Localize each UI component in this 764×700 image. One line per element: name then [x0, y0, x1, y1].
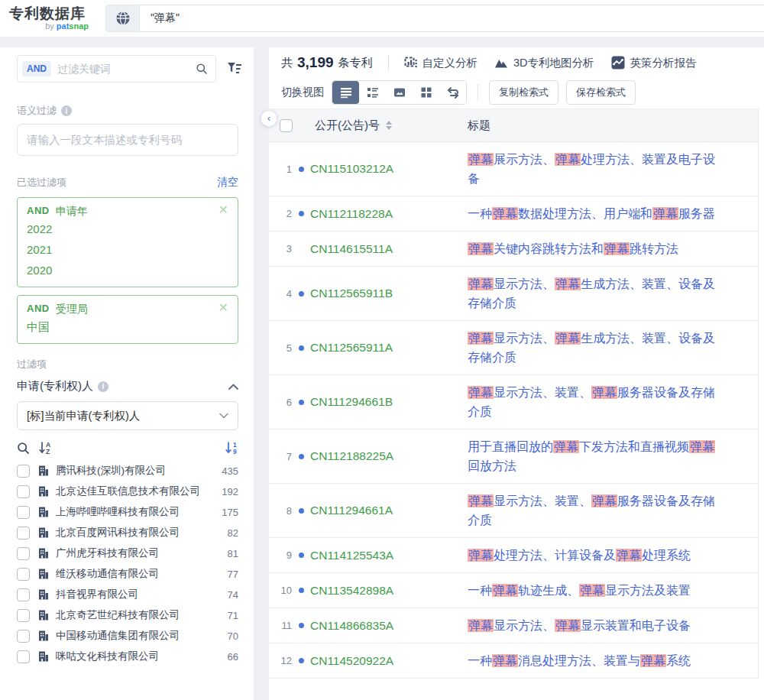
table-row[interactable]: 12 CN114520922A 一种弹幕消息处理方法、装置与弹幕系统	[269, 643, 758, 679]
applicant-list-item[interactable]: 北京奇艺世纪科技有限公司 71	[17, 605, 238, 626]
status-dot	[299, 553, 304, 558]
applicant-checkbox[interactable]	[17, 588, 30, 601]
table-row[interactable]: 3 CN114615511A 弹幕关键内容跳转方法和弹幕跳转方法	[269, 232, 758, 267]
patent-title-link[interactable]: 弹幕处理方法、计算设备及弹幕处理系统	[468, 546, 723, 565]
table-row[interactable]: 9 CN114125543A 弹幕处理方法、计算设备及弹幕处理系统	[269, 538, 758, 573]
patent-number-link[interactable]: CN112565911B	[310, 287, 468, 300]
semantic-filter-input[interactable]	[17, 124, 238, 156]
sidebar-collapse-button[interactable]: ‹	[261, 110, 277, 127]
applicant-list-item[interactable]: 上海哔哩哔哩科技有限公司 175	[17, 502, 238, 523]
table-row[interactable]: 7 CN112188225A 用于直播回放的弹幕下发方法和直播视频弹幕回放方法	[269, 429, 758, 484]
save-query-button[interactable]: 保存检索式	[566, 80, 636, 105]
advanced-filter-button[interactable]	[227, 62, 242, 76]
patent-title-link[interactable]: 弹幕显示方法、弹幕显示装置和电子设备	[468, 616, 723, 635]
table-row[interactable]: 10 CN113542898A 一种弹幕轨迹生成、弹幕显示方法及装置	[269, 573, 758, 608]
applicant-checkbox[interactable]	[17, 465, 30, 478]
applicant-checkbox[interactable]	[17, 547, 30, 560]
applicant-list-item[interactable]: 咪咕文化科技有限公司 66	[17, 647, 238, 667]
chevron-up-icon[interactable]	[228, 384, 238, 390]
applicant-checkbox[interactable]	[17, 506, 30, 519]
filter-operator: AND	[27, 205, 50, 216]
sort-numeric-icon[interactable]: 1 9	[225, 441, 238, 455]
remove-filter-icon[interactable]: ✕	[219, 205, 228, 216]
custom-analysis-button[interactable]: 自定义分析	[404, 56, 478, 70]
column-header-title: 标题	[468, 118, 490, 133]
patent-title-link[interactable]: 用于直播回放的弹幕下发方法和直播视频弹幕回放方法	[468, 437, 723, 475]
applicant-list-item[interactable]: 抖音视界有限公司 74	[17, 585, 238, 605]
copy-query-button[interactable]: 复制检索式	[489, 80, 558, 105]
title-text: 关键内容跳转方法和	[494, 242, 604, 255]
applicant-checkbox[interactable]	[17, 568, 30, 581]
sort-alpha-icon[interactable]: A Z	[39, 441, 52, 455]
table-row[interactable]: 1 CN115103212A 弹幕展示方法、弹幕处理方法、装置及电子设备	[269, 142, 758, 196]
patent-title-link[interactable]: 弹幕显示方法、装置、弹幕服务器设备及存储介质	[468, 491, 723, 530]
grid-view-button[interactable]	[413, 81, 439, 104]
company-icon	[37, 485, 50, 497]
applicant-list-item[interactable]: 北京达佳互联信息技术有限公司 192	[17, 481, 238, 502]
search-icon[interactable]	[17, 442, 30, 455]
main-search-bar[interactable]: "弹幕"	[105, 5, 764, 32]
applicant-list-item[interactable]: 腾讯科技(深圳)有限公司 435	[17, 461, 238, 481]
applicant-checkbox[interactable]	[17, 630, 30, 643]
applicant-list-item[interactable]: 维沃移动通信有限公司 77	[17, 564, 238, 585]
patent-number-link[interactable]: CN111294661B	[310, 395, 468, 409]
select-all-checkbox[interactable]	[280, 119, 293, 132]
applicant-checkbox[interactable]	[17, 609, 30, 622]
table-row[interactable]: 5 CN112565911A 弹幕显示方法、弹幕生成方法、装置、设备及存储介质	[269, 321, 758, 375]
patent-number-link[interactable]: CN114615511A	[310, 242, 468, 256]
patent-title-link[interactable]: 一种弹幕轨迹生成、弹幕显示方法及装置	[468, 581, 723, 600]
applicant-checkbox[interactable]	[17, 650, 30, 663]
patent-number-link[interactable]: CN114520922A	[310, 654, 468, 668]
search-icon[interactable]	[196, 63, 208, 75]
keyword-filter-input[interactable]	[57, 63, 196, 75]
scroll-view-button[interactable]	[439, 81, 466, 104]
operator-pill[interactable]: AND	[22, 61, 51, 76]
patent-number-link[interactable]: CN112118228A	[310, 207, 468, 221]
applicant-list-item[interactable]: 中国移动通信集团有限公司 70	[17, 626, 238, 647]
patent-title-link[interactable]: 弹幕展示方法、弹幕处理方法、装置及电子设备	[468, 150, 723, 188]
patent-number-link[interactable]: CN112188225A	[310, 449, 468, 463]
patent-title-link[interactable]: 弹幕显示方法、装置、弹幕服务器设备及存储介质	[468, 383, 723, 421]
table-row[interactable]: 11 CN114866835A 弹幕显示方法、弹幕显示装置和电子设备	[269, 608, 758, 643]
table-row[interactable]: 6 CN111294661B 弹幕显示方法、装置、弹幕服务器设备及存储介质	[269, 375, 758, 429]
patent-title-link[interactable]: 一种弹幕消息处理方法、装置与弹幕系统	[468, 651, 723, 670]
search-query[interactable]: "弹幕"	[140, 5, 180, 31]
table-row[interactable]: 8 CN111294661A 弹幕显示方法、装置、弹幕服务器设备及存储介质	[269, 484, 758, 538]
company-icon	[37, 527, 50, 539]
patent-title-link[interactable]: 弹幕显示方法、弹幕生成方法、装置、设备及存储介质	[468, 274, 723, 313]
table-row[interactable]: 2 CN112118228A 一种弹幕数据处理方法、用户端和弹幕服务器	[269, 196, 758, 232]
detail-list-view-button[interactable]	[359, 81, 386, 104]
filter-value: 2021	[27, 239, 228, 260]
applicant-checkbox[interactable]	[17, 527, 30, 540]
applicant-checkbox[interactable]	[17, 485, 30, 498]
patent-title-link[interactable]: 弹幕关键内容跳转方法和弹幕跳转方法	[468, 239, 723, 258]
clear-filters-link[interactable]: 清空	[217, 176, 238, 190]
title-text: 系统	[666, 654, 691, 667]
table-row[interactable]: 4 CN112565911B 弹幕显示方法、弹幕生成方法、装置、设备及存储介质	[269, 267, 758, 321]
filter-values: 中国	[27, 316, 228, 337]
filter-field-name: 受理局	[56, 303, 219, 316]
remove-filter-icon[interactable]: ✕	[219, 303, 228, 313]
report-icon	[611, 56, 625, 70]
patent-title-link[interactable]: 一种弹幕数据处理方法、用户端和弹幕服务器	[468, 204, 723, 223]
patent-number-link[interactable]: CN111294661A	[310, 504, 468, 517]
info-icon[interactable]: i	[61, 105, 72, 116]
patent-number-link[interactable]: CN113542898A	[310, 584, 468, 598]
info-icon[interactable]: i	[98, 381, 108, 392]
applicant-section-header: 申请(专利权)人 i	[17, 379, 238, 394]
patent-number-link[interactable]: CN114125543A	[310, 549, 468, 562]
company-patent-count: 71	[228, 609, 238, 623]
patent-number-link[interactable]: CN112565911A	[310, 341, 468, 355]
applicant-type-dropdown[interactable]: [标]当前申请(专利权)人	[17, 401, 238, 430]
applicant-list-item[interactable]: 广州虎牙科技有限公司 81	[17, 543, 238, 564]
patent-number-link[interactable]: CN114866835A	[310, 619, 468, 633]
patent-number-link[interactable]: CN115103212A	[310, 162, 468, 176]
search-scope-button[interactable]	[106, 5, 140, 31]
3d-map-analysis-button[interactable]: 3D专利地图分析	[494, 56, 594, 70]
applicant-list-item[interactable]: 北京百度网讯科技有限公司 82	[17, 523, 238, 543]
report-analysis-button[interactable]: 英策分析报告	[611, 56, 697, 70]
sort-toggle-icon[interactable]	[386, 121, 392, 130]
image-view-button[interactable]	[386, 81, 413, 104]
patent-title-link[interactable]: 弹幕显示方法、弹幕生成方法、装置、设备及存储介质	[468, 329, 723, 367]
list-view-button[interactable]	[332, 81, 359, 104]
